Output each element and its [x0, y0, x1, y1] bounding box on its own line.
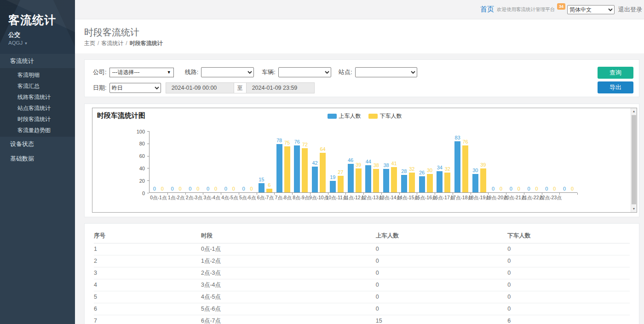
breadcrumb-home[interactable]: 主页 — [84, 40, 95, 46]
station-select[interactable] — [355, 67, 417, 77]
bar-value-label: 0 — [171, 186, 174, 191]
bar — [427, 174, 433, 192]
bar-value-label: 30 — [427, 168, 432, 173]
x-tick-label: 1点-2点 — [168, 195, 184, 201]
sidebar-subitem[interactable]: 客流汇总 — [0, 81, 75, 92]
language-select[interactable]: 简体中文 — [567, 5, 615, 14]
data-table-card: 序号时段上车人数下车人数 10点-1点0021点-2点0032点-3点0043点… — [84, 223, 639, 324]
sidebar-item[interactable]: 基础数据 — [0, 151, 75, 166]
bar-column: 0 — [195, 131, 201, 192]
bar-column: 0 — [508, 131, 514, 192]
chart-container: 时段车流统计图 上车人数下车人数 020406080100 000点-1点001… — [92, 108, 637, 213]
bar-group: 443812点-13点 — [363, 131, 381, 192]
bar-value-label: 38 — [384, 163, 389, 168]
date-from-input[interactable]: 2024-01-09 00:00 — [166, 82, 234, 93]
bar-column: 39 — [480, 131, 486, 192]
sidebar-subitem[interactable]: 客流明细 — [0, 69, 75, 81]
table-cell: 0 — [507, 255, 630, 267]
sidebar-subitem[interactable]: 客流量趋势图 — [0, 125, 75, 136]
bar-column: 75 — [284, 131, 290, 192]
bar — [383, 169, 389, 192]
bar-value-label: 0 — [189, 186, 191, 191]
table-row: 32点-3点00 — [94, 267, 630, 279]
bar — [454, 141, 460, 192]
bar-value-label: 41 — [391, 161, 397, 166]
bar-value-label: 75 — [284, 140, 290, 145]
bar-value-label: 0 — [500, 186, 502, 191]
bar — [409, 173, 415, 192]
bar-value-label: 0 — [242, 186, 245, 191]
bar-group: 42649点-10点 — [310, 131, 328, 192]
table-cell: 3 — [94, 267, 201, 279]
bar-value-label: 0 — [535, 186, 538, 191]
bar-value-label: 0 — [179, 186, 182, 191]
bar — [348, 164, 354, 192]
x-tick-label: 8点-9点 — [293, 195, 309, 201]
legend-swatch — [328, 114, 337, 119]
bar — [294, 145, 300, 192]
company-select[interactable]: ---请选择---▼ — [109, 68, 174, 77]
scrollbar-up-arrow[interactable]: ▲ — [631, 108, 637, 115]
bar — [266, 189, 272, 192]
legend-swatch — [368, 114, 378, 119]
bar-group: 192710点-11点 — [328, 131, 346, 192]
table-cell: 0 — [507, 279, 630, 291]
bar — [365, 165, 371, 192]
sidebar-subitem[interactable]: 站点客流统计 — [0, 103, 75, 114]
y-tick-label: 20 — [126, 178, 145, 184]
table-cell: 6点-7点 — [201, 315, 376, 324]
bar-group: 78757点-8点 — [274, 131, 292, 192]
scrollbar-down-arrow[interactable]: ▼ — [631, 206, 637, 212]
query-button[interactable]: 查询 — [598, 67, 633, 79]
bar — [391, 167, 397, 192]
line-select[interactable] — [201, 67, 254, 77]
vehicle-select[interactable] — [278, 67, 331, 77]
bar-column: 76 — [462, 131, 468, 192]
sidebar-item-passenger-stats[interactable]: 客流统计 — [0, 54, 75, 68]
bar-value-label: 0 — [232, 186, 235, 191]
x-tick-label: 4点-5点 — [221, 195, 238, 201]
table-cell: 7 — [94, 315, 201, 324]
bar-column: 0 — [498, 131, 504, 192]
bar-column: 64 — [320, 131, 326, 192]
bar-value-label: 76 — [463, 139, 468, 145]
bar-value-label: 19 — [330, 175, 335, 180]
date-range-select[interactable]: 昨日 — [109, 83, 161, 93]
bar-column: 0 — [230, 131, 236, 192]
bar-column: 0 — [490, 131, 496, 192]
sidebar-sections: 设备状态基础数据 — [0, 137, 75, 166]
x-tick-label: 6点-7点 — [257, 195, 274, 201]
breadcrumb-current: 时段客流统计 — [130, 40, 163, 46]
scrollbar-thumb[interactable] — [632, 115, 636, 204]
sidebar-subitem[interactable]: 线路客流统计 — [0, 92, 75, 103]
bar-column: 83 — [454, 131, 460, 192]
company-label: 公司: — [93, 68, 107, 76]
bar-group: 005点-6点 — [239, 131, 257, 192]
legend-label: 上车人数 — [339, 112, 361, 120]
date-to-input[interactable]: 2024-01-09 23:59 — [246, 82, 315, 93]
sidebar-subitem[interactable]: 时段客流统计 — [0, 114, 75, 125]
notification-badge[interactable]: 34 — [557, 3, 565, 10]
x-tick-label: 0点-1点 — [150, 195, 167, 201]
bar-column: 78 — [276, 131, 282, 192]
chart-scrollbar[interactable]: ▲ ▼ — [631, 108, 637, 212]
bar-value-label: 0 — [492, 186, 494, 191]
bar-value-label: 76 — [294, 139, 300, 145]
bar-group: 004点-5点 — [221, 131, 239, 192]
data-table: 序号时段上车人数下车人数 10点-1点0021点-2点0032点-3点0043点… — [94, 229, 630, 324]
x-tick-label: 5点-6点 — [239, 195, 256, 201]
bar-column: 0 — [205, 131, 211, 192]
logout-link[interactable]: 退出登录 — [618, 6, 642, 14]
bar-value-label: 6 — [268, 183, 270, 188]
export-button[interactable]: 导出 — [598, 81, 633, 93]
bar — [320, 153, 326, 192]
bar-group: 343216点-17点 — [435, 131, 453, 192]
sidebar-item[interactable]: 设备状态 — [0, 137, 75, 151]
org-code-dropdown[interactable]: AQGJ ▼ — [8, 40, 75, 46]
home-link[interactable]: 首页 — [480, 5, 494, 14]
bar-column: 0 — [544, 131, 550, 192]
sidebar-logo-area: 客流统计 公交 AQGJ ▼ — [0, 0, 75, 54]
x-tick-label: 2点-3点 — [186, 195, 202, 201]
table-cell: 0 — [376, 243, 508, 255]
breadcrumb-parent[interactable]: 客流统计 — [101, 40, 123, 46]
